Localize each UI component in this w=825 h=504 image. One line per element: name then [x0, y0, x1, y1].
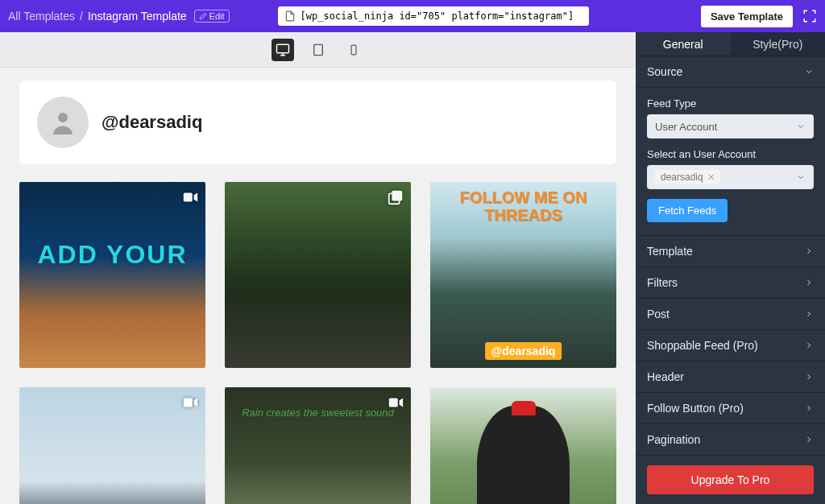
feed-tile[interactable]: Rain creates the sweetest sound — [225, 387, 411, 504]
mobile-icon — [348, 44, 359, 56]
account-select[interactable]: dearsadiq ✕ — [647, 165, 814, 189]
settings-sidebar: General Style(Pro) Source Feed Type User… — [636, 32, 825, 504]
device-mobile-button[interactable] — [342, 39, 365, 61]
chevron-down-icon — [804, 67, 814, 76]
chevron-right-icon — [804, 246, 814, 256]
chevron-right-icon — [804, 309, 814, 319]
svg-marker-13 — [194, 399, 198, 407]
tile-overlay-text: ADD YOUR — [19, 242, 205, 269]
section-template-header[interactable]: Template — [636, 236, 825, 267]
feed-type-value: User Account — [655, 121, 717, 133]
section-source-header[interactable]: Source — [636, 56, 825, 88]
section-shoppable-header[interactable]: Shoppable Feed (Pro) — [636, 330, 825, 361]
document-icon — [284, 10, 296, 22]
profile-handle[interactable]: @dearsadiq — [102, 112, 202, 133]
carousel-icon — [387, 188, 404, 206]
breadcrumb-separator: / — [80, 10, 83, 23]
account-chip[interactable]: dearsadiq ✕ — [655, 170, 720, 184]
upgrade-button[interactable]: Upgrade To Pro — [647, 465, 814, 494]
video-icon — [181, 188, 199, 206]
svg-rect-10 — [392, 191, 402, 201]
chevron-right-icon — [804, 341, 814, 350]
breadcrumb-root[interactable]: All Templates — [8, 10, 75, 23]
avatar — [37, 97, 89, 148]
section-title: Pagination — [647, 433, 700, 446]
account-value: dearsadiq — [661, 171, 703, 183]
tile-overlay-text: Rain creates the sweetest sound — [225, 407, 411, 419]
svg-marker-15 — [400, 399, 404, 407]
section-follow-header[interactable]: Follow Button (Pro) — [636, 393, 825, 424]
tile-overlay-text: FOLLOW ME ON THREADS — [430, 188, 616, 224]
svg-marker-9 — [194, 193, 198, 202]
feed-tile[interactable] — [430, 387, 616, 504]
chevron-down-icon — [796, 122, 806, 131]
svg-rect-12 — [184, 399, 193, 407]
section-pagination-header[interactable]: Pagination — [636, 424, 825, 456]
section-title: Filters — [647, 276, 678, 289]
video-icon — [181, 394, 199, 411]
person-icon — [48, 108, 77, 137]
tablet-icon — [312, 43, 325, 56]
person-shape — [477, 406, 570, 504]
feed-type-label: Feed Type — [647, 97, 814, 109]
section-title: Post — [647, 308, 670, 320]
chevron-right-icon — [804, 278, 814, 287]
section-header-header[interactable]: Header — [636, 361, 825, 393]
svg-rect-5 — [351, 45, 356, 55]
shortcode-input[interactable] — [301, 10, 582, 22]
tab-style[interactable]: Style(Pro) — [731, 32, 826, 56]
account-label: Select an User Account — [647, 148, 814, 160]
shortcode-box[interactable] — [278, 6, 589, 26]
section-title: Header — [647, 370, 684, 383]
section-title: Source — [647, 65, 682, 78]
svg-rect-3 — [313, 44, 322, 55]
feed-tile[interactable]: ADD YOUR — [19, 182, 205, 368]
profile-header: @dearsadiq — [19, 81, 616, 164]
section-post-header[interactable]: Post — [636, 299, 825, 330]
section-title: Template — [647, 245, 693, 258]
chevron-right-icon — [804, 435, 814, 444]
feed-tile[interactable] — [225, 182, 411, 368]
save-template-button[interactable]: Save Template — [701, 6, 793, 27]
device-tablet-button[interactable] — [307, 39, 330, 61]
desktop-icon — [276, 43, 290, 57]
sidebar-tabs: General Style(Pro) — [636, 32, 825, 56]
svg-rect-8 — [184, 193, 193, 202]
feed-tile[interactable]: FOLLOW ME ON THREADS @dearsadiq — [430, 182, 616, 368]
device-desktop-button[interactable] — [272, 39, 294, 61]
feed-type-select[interactable]: User Account — [647, 114, 814, 138]
breadcrumb: All Templates / Instagram Template Edit — [8, 10, 230, 23]
chevron-down-icon — [796, 172, 806, 182]
top-bar: All Templates / Instagram Template Edit … — [0, 0, 825, 32]
feed-grid: ADD YOUR FOLLOW ME ON THREADS @dearsadiq… — [11, 182, 624, 504]
section-filters-header[interactable]: Filters — [636, 267, 825, 299]
feed-tile[interactable] — [19, 387, 205, 504]
fullscreen-icon[interactable] — [802, 9, 817, 23]
close-icon[interactable]: ✕ — [707, 172, 715, 183]
tile-handle-tag: @dearsadiq — [485, 342, 562, 360]
svg-rect-14 — [389, 399, 398, 407]
section-title: Follow Button (Pro) — [647, 402, 744, 415]
section-title: Shoppable Feed (Pro) — [647, 339, 758, 352]
video-icon — [387, 394, 404, 411]
workspace: @dearsadiq ADD YOUR FOLLOW ME ON THREADS… — [0, 32, 825, 504]
device-selector-bar — [0, 32, 636, 68]
edit-label: Edit — [209, 11, 225, 21]
section-source-body: Feed Type User Account Select an User Ac… — [636, 88, 825, 236]
tab-general[interactable]: General — [636, 32, 731, 56]
preview-canvas: @dearsadiq ADD YOUR FOLLOW ME ON THREADS… — [0, 32, 636, 504]
chevron-right-icon — [804, 372, 814, 382]
chevron-right-icon — [804, 403, 814, 413]
svg-rect-0 — [276, 44, 288, 53]
breadcrumb-current: Instagram Template — [88, 10, 187, 23]
svg-point-7 — [58, 113, 68, 122]
pencil-icon — [199, 12, 207, 20]
edit-title-button[interactable]: Edit — [194, 10, 230, 23]
fetch-feeds-button[interactable]: Fetch Feeds — [647, 199, 728, 222]
